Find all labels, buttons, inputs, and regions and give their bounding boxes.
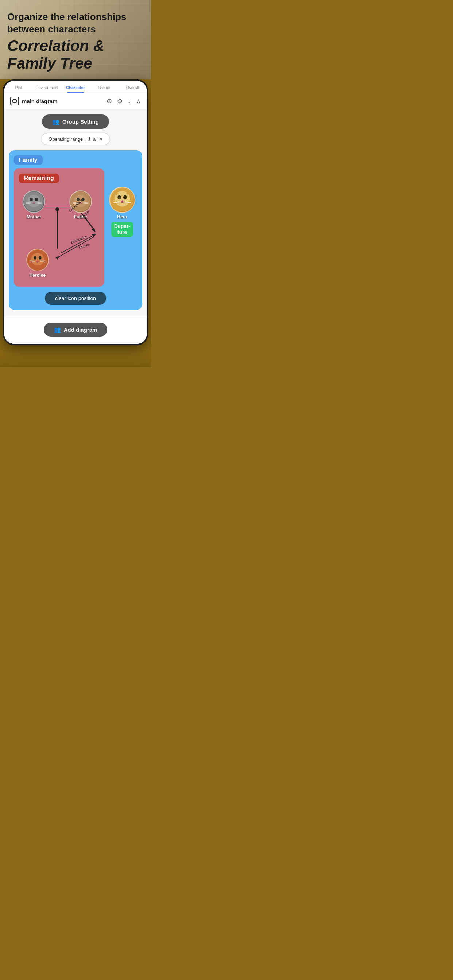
tab-plot[interactable]: Plot	[4, 81, 33, 92]
content-area: 👥 Group Setting Operating range : ✳ all …	[4, 110, 147, 315]
heroine-name: Heroine	[30, 273, 46, 278]
svg-point-13	[35, 198, 38, 202]
dropdown-icon: ▾	[100, 136, 102, 142]
collapse-icon[interactable]: ∧	[136, 97, 141, 105]
add-people-icon: 👥	[54, 326, 61, 333]
diagram-title: main diagram	[10, 97, 57, 105]
camera-icon	[10, 97, 19, 105]
tab-bar: Plot Environment Character Theme Overall	[4, 81, 147, 93]
diagram-container: Remaining	[14, 169, 137, 286]
remaining-box: Remaining	[14, 169, 104, 286]
tab-character[interactable]: Character	[61, 81, 90, 92]
hero-name: Hero	[117, 215, 127, 220]
phone-screen: Plot Environment Character Theme Overall…	[4, 81, 147, 344]
bottom-bg	[0, 353, 151, 367]
top-bar-icons: ⊕ ⊖ ↓ ∧	[107, 97, 141, 105]
zoom-in-icon[interactable]: ⊕	[107, 97, 112, 105]
zoom-out-icon[interactable]: ⊖	[117, 97, 123, 105]
tab-theme[interactable]: Theme	[90, 81, 118, 92]
operating-range-selector[interactable]: Operating range : ✳ all ▾	[41, 133, 110, 145]
heroine-avatar	[26, 249, 49, 271]
svg-point-35	[39, 256, 41, 260]
svg-point-31	[31, 253, 44, 266]
departure-badge: Depar-ture	[111, 222, 133, 237]
mother-avatar	[22, 190, 45, 213]
phone-frame: Plot Environment Character Theme Overall…	[3, 80, 148, 345]
header-title: Correlation & Family Tree	[7, 37, 144, 73]
svg-point-45	[118, 196, 121, 200]
people-icon: 👥	[52, 118, 59, 125]
character-heroine[interactable]: Heroine	[26, 249, 49, 278]
hero-section[interactable]: Hero Depar-ture	[107, 187, 137, 237]
thanks-label: Thanks	[78, 242, 91, 250]
header-tagline: Organize the relationships between chara…	[7, 11, 144, 36]
character-mother[interactable]: Mother	[22, 190, 45, 220]
svg-point-12	[30, 198, 33, 202]
family-label: Family	[14, 155, 43, 165]
diagram-area: Mother	[19, 187, 99, 282]
svg-point-46	[123, 196, 127, 200]
tab-environment[interactable]: Environment	[33, 81, 61, 92]
download-icon[interactable]: ↓	[128, 97, 131, 105]
add-diagram-section: 👥 Add diagram	[4, 315, 147, 344]
dedication-label: Dedication	[70, 234, 88, 245]
family-box: Family Remaining	[9, 150, 142, 310]
group-setting-button[interactable]: 👥 Group Setting	[42, 115, 109, 129]
remaining-label: Remaining	[19, 173, 59, 183]
header-section: Organize the relationships between chara…	[0, 0, 151, 80]
clear-icon-position-button[interactable]: clear icon position	[45, 292, 106, 305]
top-bar: main diagram ⊕ ⊖ ↓ ∧	[4, 93, 147, 110]
hero-avatar	[109, 187, 135, 213]
svg-point-9	[28, 195, 40, 207]
mother-name: Mother	[27, 215, 41, 220]
tab-overall[interactable]: Overall	[118, 81, 147, 92]
add-diagram-button[interactable]: 👥 Add diagram	[44, 323, 108, 337]
svg-point-34	[33, 256, 37, 260]
svg-point-2	[56, 207, 59, 211]
svg-line-4	[61, 234, 96, 253]
